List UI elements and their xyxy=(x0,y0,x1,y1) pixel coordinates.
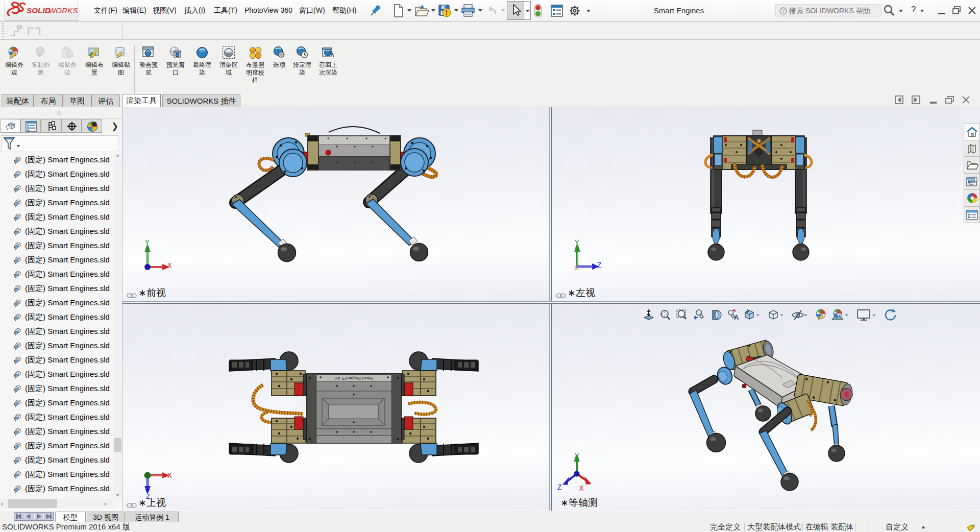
svg-text:?: ? xyxy=(782,8,785,14)
svg-text:A: A xyxy=(734,313,739,321)
svg-text:WORKS: WORKS xyxy=(48,6,78,15)
svg-text:Smart Engines™ 4.0: Smart Engines™ 4.0 xyxy=(334,376,373,381)
svg-text:!: ! xyxy=(446,9,448,16)
svg-text:X: X xyxy=(575,265,578,270)
svg-text:SOLID: SOLID xyxy=(27,6,51,15)
